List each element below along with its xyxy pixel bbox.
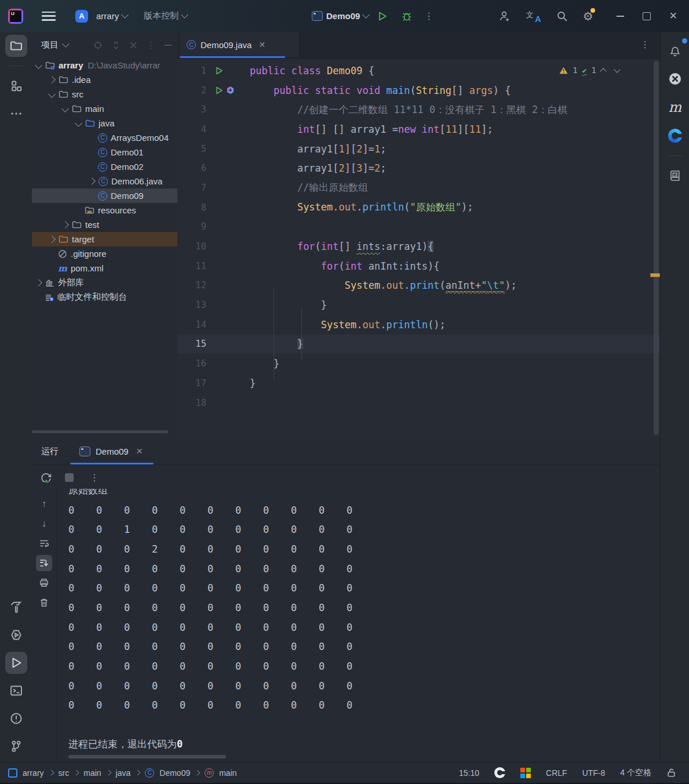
project-avatar[interactable]: A	[75, 10, 88, 23]
run-config-widget[interactable]: Demo09	[312, 11, 369, 21]
maximize-button[interactable]	[643, 12, 651, 20]
build-toolwindow-button[interactable]	[5, 596, 27, 618]
code-line-18[interactable]: 18	[177, 393, 660, 413]
code-line-12[interactable]: 12 System.out.print(anInt+"\t");	[177, 276, 660, 296]
code-line-17[interactable]: 17}	[177, 373, 660, 393]
code-line-9[interactable]: 9	[177, 217, 660, 237]
problems-toolwindow-button[interactable]	[5, 707, 27, 729]
run-more-kebab[interactable]: ⋮	[424, 10, 433, 21]
console-horizontal-scrollbar[interactable]	[68, 755, 226, 758]
code-line-2[interactable]: 2 public static void main(String[] args)…	[177, 81, 660, 100]
browser-swirl-icon[interactable]	[664, 125, 686, 147]
scroll-to-end-icon[interactable]	[36, 555, 52, 571]
run-tab-demo09[interactable]: Demo09 ✕	[71, 438, 151, 464]
up-stacktrace-icon[interactable]: ↑	[36, 496, 52, 512]
prev-problem-icon[interactable]	[600, 68, 606, 74]
translate-icon[interactable]: 文A	[526, 10, 541, 23]
notifications-bell-icon[interactable]	[664, 39, 686, 61]
tree-item-.gitignore[interactable]: .gitignore	[32, 246, 177, 261]
close-run-tab-icon[interactable]: ✕	[136, 447, 143, 456]
git-toolwindow-button[interactable]	[5, 735, 27, 757]
code-area[interactable]: 1public class Demo09 {2 public static vo…	[177, 58, 660, 438]
breadcrumb-item[interactable]: main	[83, 768, 101, 778]
code-line-4[interactable]: 4 int[] [] array1 =new int[11][11];	[177, 119, 660, 139]
soft-wrap-icon[interactable]	[36, 535, 52, 551]
warning-scroll-marker[interactable]	[650, 273, 660, 277]
plugin-gutter-icon[interactable]	[226, 86, 235, 95]
project-panel-title[interactable]: 项目	[41, 39, 59, 50]
tree-horizontal-scrollbar[interactable]	[32, 430, 168, 433]
microsoft-logo-icon[interactable]	[520, 768, 531, 778]
tree-chevron-icon[interactable]	[48, 235, 56, 243]
services-toolwindow-button[interactable]	[5, 624, 27, 646]
run-panel-title[interactable]: 运行	[32, 446, 71, 457]
close-tab-icon[interactable]: ✕	[258, 40, 265, 49]
run-options-kebab[interactable]: ⋮	[90, 472, 99, 483]
inspection-widget[interactable]: 1 ✔ 1	[556, 63, 623, 78]
rerun-button[interactable]	[40, 471, 52, 484]
vcs-widget[interactable]: 版本控制	[144, 10, 187, 21]
run-toolwindow-button[interactable]	[5, 652, 27, 674]
code-line-11[interactable]: 11 for(int anInt:ints){	[177, 256, 660, 276]
more-toolwindows-button[interactable]	[5, 103, 27, 125]
minimize-button[interactable]	[617, 16, 624, 17]
project-widget[interactable]: arrary	[96, 11, 127, 21]
breadcrumb-item[interactable]: arrary	[23, 768, 44, 778]
tree-item-.idea[interactable]: .idea	[32, 72, 177, 87]
editor-scrollbar[interactable]	[654, 61, 659, 435]
tree-item-arrary[interactable]: arraryD:\JavaStudy\arrar	[32, 58, 177, 72]
tree-item-test[interactable]: test	[32, 217, 177, 232]
tree-item-Demo02[interactable]: CDemo02	[32, 159, 177, 174]
panel-options-kebab[interactable]: ⋮	[147, 40, 155, 50]
indent-widget[interactable]: 4 个空格	[620, 768, 651, 778]
gutter-icons[interactable]	[206, 86, 240, 95]
editor-options-kebab[interactable]: ⋮	[640, 39, 650, 50]
code-line-8[interactable]: 8 System.out.println("原始数组");	[177, 198, 660, 217]
tree-item-main[interactable]: main	[32, 101, 177, 116]
project-toolwindow-button[interactable]	[5, 35, 27, 57]
breadcrumb-item[interactable]: Demo09	[159, 768, 190, 778]
tree-item-外部库[interactable]: 外部库	[32, 275, 177, 290]
code-line-16[interactable]: 16 }	[177, 354, 660, 373]
tree-item-ArraysDemo04[interactable]: CArraysDemo04	[32, 130, 177, 145]
debug-button[interactable]	[401, 10, 413, 22]
close-button[interactable]: ✕	[669, 10, 677, 22]
tree-chevron-icon[interactable]	[35, 61, 42, 69]
add-user-icon[interactable]	[498, 10, 511, 23]
plugin-x-icon[interactable]	[664, 68, 686, 90]
encoding-widget[interactable]: UTF-8	[582, 768, 606, 778]
code-line-7[interactable]: 7 //输出原始数组	[177, 178, 660, 198]
breadcrumb-item[interactable]: src	[59, 768, 70, 778]
code-line-15[interactable]: 15 }	[177, 335, 660, 354]
code-line-3[interactable]: 3 //创建一个二维数组 11*11 0：没有棋子 1：黑棋 2：白棋	[177, 100, 660, 119]
tree-item-java[interactable]: java	[32, 116, 177, 130]
code-line-6[interactable]: 6 array1[2][3]=2;	[177, 158, 660, 178]
run-gutter-icon[interactable]	[214, 86, 224, 95]
breadcrumb-item[interactable]: java	[116, 768, 131, 778]
tree-item-Demo01[interactable]: CDemo01	[32, 145, 177, 159]
tree-chevron-icon[interactable]	[61, 105, 69, 112]
line-ending-widget[interactable]: CRLF	[546, 768, 567, 778]
settings-gear-icon[interactable]: ⚙	[583, 9, 593, 23]
tree-item-target[interactable]: target	[32, 232, 177, 246]
tree-item-Demo06.java[interactable]: CDemo06.java	[32, 174, 177, 188]
search-icon[interactable]	[556, 10, 568, 22]
run-gutter-icon[interactable]	[214, 66, 224, 75]
tree-item-src[interactable]: src	[32, 87, 177, 101]
terminal-toolwindow-button[interactable]	[5, 680, 27, 702]
breadcrumb-item[interactable]: main	[219, 768, 236, 778]
console-output[interactable]: 原始数组000000000000010000000000020000000000…	[56, 489, 660, 762]
tree-chevron-icon[interactable]	[88, 177, 96, 185]
code-line-10[interactable]: 10 for(int[] ints:array1){	[177, 237, 660, 256]
dictionary-book-icon[interactable]: A	[664, 165, 686, 187]
gutter-icons[interactable]	[206, 66, 240, 75]
code-line-13[interactable]: 13 }	[177, 295, 660, 315]
tree-chevron-icon[interactable]	[35, 279, 42, 286]
code-line-14[interactable]: 14 System.out.println();	[177, 315, 660, 335]
tree-chevron-icon[interactable]	[48, 90, 56, 98]
tree-chevron-icon[interactable]	[48, 76, 56, 84]
tree-item-临时文件和控制台[interactable]: 临时文件和控制台	[32, 290, 177, 304]
locate-file-icon[interactable]	[93, 41, 103, 50]
hide-panel-icon[interactable]	[165, 45, 172, 46]
tree-item-resources[interactable]: resources	[32, 203, 177, 217]
